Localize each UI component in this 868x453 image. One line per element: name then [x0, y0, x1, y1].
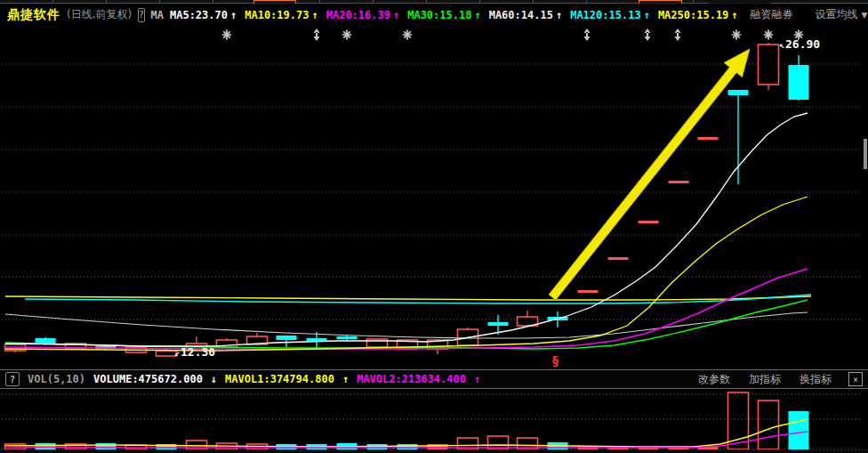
ma-line-ma10	[5, 197, 808, 351]
ma-value-text: MA30:15.18	[407, 9, 471, 21]
star-marker-icon	[343, 30, 351, 39]
close-icon[interactable]: ×	[848, 372, 863, 386]
ma-indicator-label: MA	[151, 9, 164, 21]
event-section-symbol: §	[552, 355, 559, 367]
ma-line-ma60	[5, 312, 808, 338]
bottom-strip	[0, 449, 868, 453]
candle-body	[759, 44, 779, 85]
ma-value-text: MA5:23.70	[170, 9, 228, 21]
vol-indicator-label: VOL(5,10)	[28, 373, 85, 385]
updown-arrow-marker-icon	[314, 28, 320, 41]
volume-bar	[96, 443, 117, 449]
up-arrow-icon: ↑	[731, 9, 737, 21]
candle-body	[488, 322, 509, 326]
candle-body	[307, 338, 327, 341]
up-arrow-icon: ↑	[311, 9, 317, 21]
candle-body	[789, 65, 809, 100]
up-arrow-icon: ↑	[230, 9, 237, 21]
star-marker-icon	[404, 30, 412, 39]
chart-header: 鼎捷软件 (日线,前复权) ? MA MA5:23.70↑MA10:19.73↑…	[0, 4, 868, 25]
high-pointer-icon: ↖	[779, 40, 784, 50]
mavol1-value: MAVOL1:374794.800	[225, 373, 334, 385]
candle-body	[728, 90, 749, 95]
candle-body	[277, 336, 297, 340]
star-marker-icon	[765, 30, 773, 39]
star-marker-icon	[733, 30, 741, 39]
volume-pane-header: ? VOL(5,10) VOLUME:475672.000 ↓ MAVOL1:3…	[0, 369, 868, 389]
tab-highlight[interactable]	[639, 0, 682, 4]
updown-arrow-marker-icon	[645, 28, 651, 41]
tab-strip-line	[771, 3, 868, 4]
up-arrow-icon: ↑	[393, 9, 399, 21]
high-price-value: 26.90	[785, 37, 820, 51]
chevron-down-icon: ▼	[861, 11, 867, 20]
ma-settings-label: 设置均线	[816, 8, 858, 20]
up-arrow-icon: ↑	[644, 9, 650, 21]
add-indicator-button[interactable]: 加指标	[749, 372, 781, 387]
volume-bar	[789, 411, 809, 449]
up-arrow-icon: ↑	[556, 9, 562, 21]
ma-value-item: MA120:15.13↑	[570, 9, 650, 21]
updown-arrow-marker-icon	[584, 28, 591, 41]
ma-value-item: MA250:15.19↑	[658, 9, 738, 21]
updown-arrow-marker-icon	[675, 28, 681, 41]
candle-body	[669, 181, 689, 183]
tab-highlight[interactable]	[253, 0, 296, 4]
ma-value-text: MA60:14.15	[489, 9, 553, 21]
ma-value-text: MA10:19.73	[245, 9, 309, 21]
change-params-button[interactable]: 改参数	[698, 372, 730, 387]
ma-value-item: MA5:23.70↑	[170, 9, 237, 21]
high-price-label: ↖26.90	[779, 38, 820, 51]
volume-down-arrow-icon: ↓	[211, 373, 217, 385]
trend-arrow-annotation	[549, 49, 750, 300]
star-marker-icon	[223, 30, 231, 39]
candle-body	[578, 290, 599, 293]
ma-values-group: MA5:23.70↑MA10:19.73↑MA20:16.39↑MA30:15.…	[170, 9, 738, 21]
low-price-value: 12.30	[181, 345, 215, 359]
up-arrow-icon: ↑	[474, 9, 480, 21]
mavol1-up-arrow-icon: ↑	[342, 373, 349, 385]
ma-value-item: MA10:19.73↑	[245, 9, 317, 21]
low-price-label: ↙12.30	[174, 346, 215, 359]
margin-trading-link[interactable]: 融资融券	[751, 7, 793, 22]
candle-body	[337, 336, 358, 339]
ma-value-text: MA20:16.39	[326, 9, 390, 21]
ma-value-item: MA20:16.39↑	[326, 9, 399, 21]
volume-bar	[759, 400, 779, 449]
candle-body	[698, 137, 719, 140]
ma-value-item: MA60:14.15↑	[489, 9, 562, 21]
scrollbar-thumb[interactable]	[864, 139, 867, 169]
help-icon[interactable]: ?	[138, 8, 144, 22]
stock-app-window: 鼎捷软件 (日线,前复权) ? MA MA5:23.70↑MA10:19.73↑…	[0, 0, 868, 453]
ma-value-text: MA250:15.19	[658, 9, 728, 21]
vol-help-icon[interactable]: ?	[5, 372, 20, 386]
tab-strip-line	[0, 3, 709, 4]
switch-indicator-button[interactable]: 换指标	[800, 372, 832, 387]
candle-body	[639, 221, 659, 223]
mavol2-value: MAVOL2:213634.400	[357, 373, 466, 385]
ma-value-item: MA30:15.18↑	[407, 9, 480, 21]
ma-line-mavol1	[5, 419, 808, 447]
ma-value-text: MA120:15.13	[570, 9, 640, 21]
period-label: (日线,前复权)	[67, 7, 132, 22]
volume-bar	[36, 443, 56, 449]
ma-settings-link[interactable]: 设置均线 ▼	[816, 7, 868, 22]
candle-body	[608, 257, 629, 260]
ma-line-ma5	[5, 113, 808, 346]
low-pointer-icon: ↙	[174, 348, 180, 358]
stock-name: 鼎捷软件	[7, 7, 60, 23]
volume-value: VOLUME:475672.000	[93, 373, 203, 385]
mavol2-up-arrow-icon: ↑	[474, 373, 480, 385]
